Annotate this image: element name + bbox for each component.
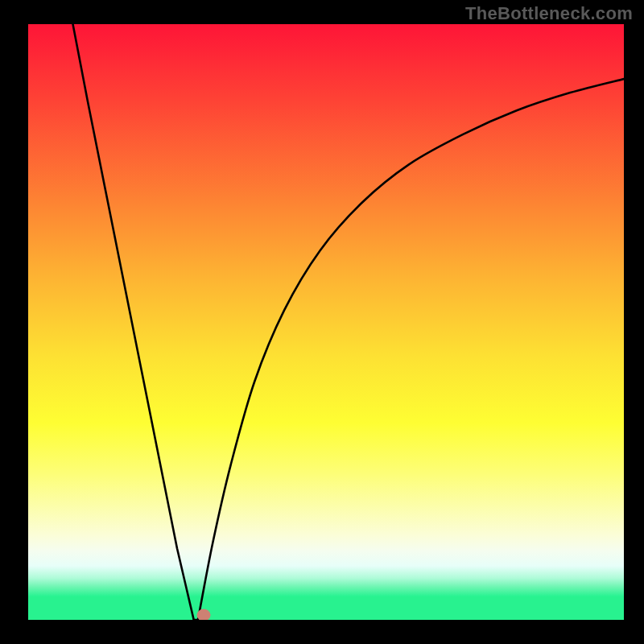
plot-area — [28, 24, 624, 620]
watermark-text: TheBottleneck.com — [465, 3, 633, 24]
curve-left-branch — [73, 24, 194, 620]
curve-right-branch — [198, 79, 624, 620]
bottleneck-curve — [28, 24, 624, 620]
chart-frame: TheBottleneck.com — [0, 0, 644, 644]
minimum-marker — [197, 609, 211, 620]
